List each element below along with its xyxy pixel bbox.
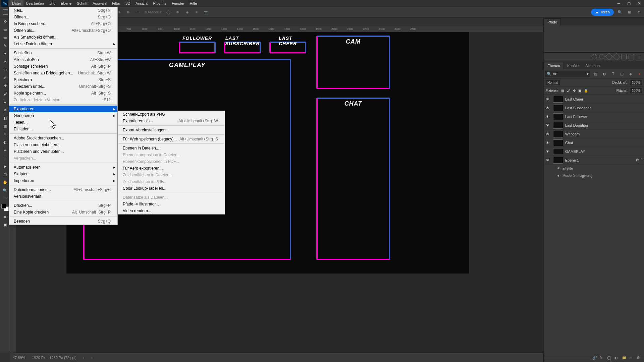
zoom-level[interactable]: 47,89%	[13, 356, 25, 360]
menu-item[interactable]: Export-Voreinstellungen...	[118, 127, 225, 133]
menu-item[interactable]: Ebenen in Dateien...	[118, 145, 225, 152]
menu-item[interactable]: Skripten	[9, 171, 117, 177]
3d-orbit-icon[interactable]: ◯	[165, 9, 172, 15]
layer-row[interactable]: 👁Webcam	[544, 130, 644, 138]
lock-move-icon[interactable]: ✥	[573, 89, 576, 93]
filter-smart-icon[interactable]: ◈	[627, 70, 634, 77]
tab-ebenen[interactable]: Ebenen	[544, 62, 564, 69]
menu-item[interactable]: Platzieren und verknüpfen...	[9, 148, 117, 155]
chevron-right-icon[interactable]: ›	[83, 356, 85, 360]
close-button[interactable]: ✕	[634, 0, 644, 7]
menu-item[interactable]: Für Web speichern (Legacy)...Alt+Umschal…	[118, 136, 225, 142]
menu-item[interactable]: Exportieren als...Alt+Umschalt+Strg+W	[118, 118, 225, 124]
more-icon[interactable]: ⋯	[135, 9, 142, 15]
lock-brush-icon[interactable]: 🖌	[567, 89, 570, 93]
search-icon[interactable]: 🔍	[616, 9, 623, 15]
3d-light-icon[interactable]: ☀	[193, 9, 200, 15]
visibility-icon[interactable]: 👁	[544, 97, 551, 101]
menu-item[interactable]: Generieren	[9, 112, 117, 119]
blend-mode-select[interactable]: Normal	[546, 80, 560, 85]
menu-item[interactable]: Öffnen als...Alt+Umschalt+Strg+O	[9, 27, 117, 34]
visibility-icon[interactable]: 👁	[544, 149, 551, 154]
filter-type-icon[interactable]: T	[610, 70, 616, 77]
group-icon[interactable]: 📁	[622, 356, 627, 360]
menu-item[interactable]: Letzte Dateien öffnen	[9, 41, 117, 47]
tool-preset-icon[interactable]	[2, 9, 9, 15]
mask-icon[interactable]: ◯	[607, 356, 612, 360]
visibility-icon[interactable]: 👁	[544, 115, 551, 119]
prop-square-icon[interactable]	[621, 54, 627, 59]
menu-item[interactable]: Schließen und zu Bridge gehen...Umschalt…	[9, 70, 117, 76]
menu-ansicht[interactable]: Ansicht	[133, 0, 150, 6]
link-layers-icon[interactable]: 🔗	[592, 356, 597, 360]
share-export-icon[interactable]: ⇪	[635, 9, 642, 15]
menu-item[interactable]: Teilen...	[9, 119, 117, 126]
menu-bearbeiten[interactable]: Bearbeiten	[23, 0, 47, 6]
visibility-icon[interactable]: 👁	[544, 123, 551, 127]
fill-input[interactable]: 100%	[630, 88, 642, 93]
chevron-left-icon[interactable]: ‹	[91, 356, 93, 360]
menu-item[interactable]: Einladen...	[9, 126, 117, 132]
maximize-button[interactable]: ▢	[624, 0, 634, 7]
menu-item[interactable]: Kopie speichern...Alt+Strg+S	[9, 90, 117, 97]
menu-item[interactable]: SchließenStrg+W	[9, 50, 117, 56]
filter-shape-icon[interactable]: ▢	[619, 70, 625, 77]
prop-diamond2-icon[interactable]	[613, 53, 621, 61]
menu-item[interactable]: Automatisieren	[9, 164, 117, 171]
layer-row[interactable]: 👁Last Follower	[544, 112, 644, 121]
opacity-input[interactable]: 100%	[630, 80, 642, 85]
distribute-icon[interactable]: ⊪	[125, 9, 132, 15]
lock-trans-icon[interactable]: ▦	[561, 89, 564, 93]
visibility-icon[interactable]: 👁	[557, 167, 560, 170]
menu-hilfe[interactable]: Hilfe	[187, 0, 200, 6]
menu-item[interactable]: Platzieren und einbetten...	[9, 141, 117, 148]
menu-item[interactable]: Alle schließenAlt+Strg+W	[9, 56, 117, 63]
layer-row[interactable]: 👁GAMEPLAY	[544, 147, 644, 156]
new-layer-icon[interactable]: ⊞	[629, 356, 634, 360]
menu-item[interactable]: Pfade -> Illustrator...	[118, 201, 225, 207]
filter-adjust-icon[interactable]: ◐	[601, 70, 608, 77]
visibility-icon[interactable]: 👁	[544, 158, 551, 162]
prop-circle-icon[interactable]	[592, 54, 597, 59]
workspace-icon[interactable]: ⊞	[626, 9, 633, 15]
layer-effect[interactable]: 👁Effekte	[544, 165, 644, 172]
layer-search[interactable]: 🔍 Art ▾	[545, 71, 590, 77]
menu-bild[interactable]: Bild	[47, 0, 58, 6]
menu-ebene[interactable]: Ebene	[58, 0, 74, 6]
lock-artboard-icon[interactable]: ▣	[578, 89, 581, 93]
menu-item[interactable]: Für Aero exportieren...	[118, 165, 225, 172]
menu-3d[interactable]: 3D	[123, 0, 133, 6]
delete-layer-icon[interactable]: 🗑	[637, 356, 641, 360]
fx-icon[interactable]: fx	[600, 356, 604, 360]
visibility-icon[interactable]: 👁	[544, 141, 551, 145]
prop-diamond-icon[interactable]	[605, 53, 613, 61]
menu-item[interactable]: Video rendern...	[118, 207, 225, 214]
minimize-button[interactable]: ─	[614, 0, 624, 7]
layer-effect[interactable]: 👁Musterüberlagerung	[544, 172, 644, 179]
filter-image-icon[interactable]: ▧	[592, 70, 599, 77]
visibility-icon[interactable]: 👁	[557, 174, 560, 178]
menu-plug-ins[interactable]: Plug-ins	[150, 0, 169, 6]
layer-row[interactable]: 👁Ebene 1fx ˅	[544, 156, 644, 165]
menu-item[interactable]: Versionsverlauf	[9, 193, 117, 200]
prop-square2-icon[interactable]	[629, 54, 634, 59]
menu-item[interactable]: Öffnen...Strg+O	[9, 14, 117, 20]
color-swatch[interactable]	[1, 204, 9, 211]
menu-item[interactable]: SpeichernStrg+S	[9, 76, 117, 83]
layer-row[interactable]: 👁Last Cheer	[544, 95, 644, 104]
menu-filter[interactable]: Filter	[109, 0, 123, 6]
menu-item[interactable]: Eine Kopie druckenAlt+Umschalt+Strg+P	[9, 209, 117, 216]
menu-item[interactable]: BeendenStrg+Q	[9, 218, 117, 225]
adjustment-icon[interactable]: ◐	[614, 356, 619, 360]
menu-item[interactable]: Neu...Strg+N	[9, 7, 117, 14]
tab-pfade[interactable]: Pfade	[544, 18, 561, 25]
menu-item[interactable]: In Bridge suchen...Alt+Strg+O	[9, 20, 117, 27]
3d-pan-icon[interactable]: ✥	[174, 9, 181, 15]
layer-row[interactable]: 👁Last Subscriber	[544, 104, 644, 112]
visibility-icon[interactable]: 👁	[544, 106, 551, 110]
menu-auswahl[interactable]: Auswahl	[90, 0, 109, 6]
menu-item[interactable]: Sonstige schließenAlt+Strg+P	[9, 63, 117, 70]
menu-item[interactable]: Importieren	[9, 177, 117, 184]
menu-item[interactable]: Adobe Stock durchsuchen...	[9, 135, 117, 141]
menu-item[interactable]: Speichern unter...Umschalt+Strg+S	[9, 83, 117, 90]
